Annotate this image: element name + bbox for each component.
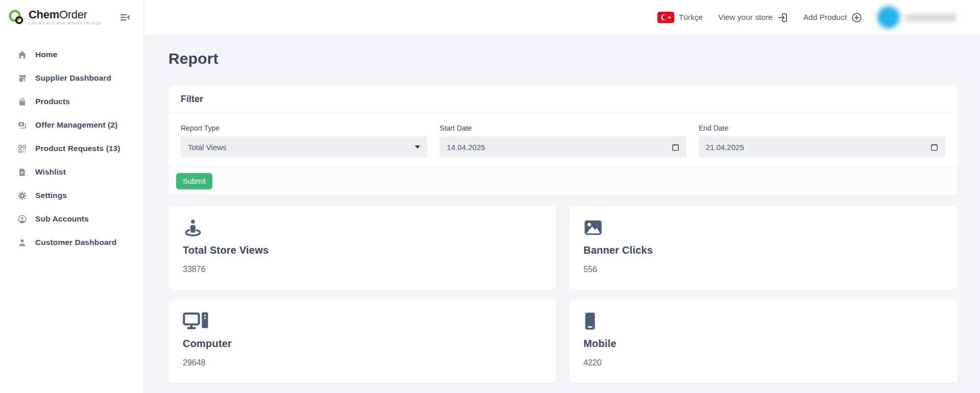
sidebar-nav: Home Supplier Dashboard (0, 35, 143, 254)
person-circle-icon (17, 214, 27, 224)
logo-name-regular: Order (59, 8, 87, 21)
submit-button[interactable]: Submit (176, 173, 212, 189)
view-store-link[interactable]: View your store (718, 12, 788, 23)
mobile-card: Mobile 4220 (569, 300, 958, 383)
sidebar-item-label: Offer Management (2) (35, 120, 117, 130)
stat-card-value: 33876 (183, 265, 543, 274)
filter-card-body: Report Type Total Views Start Date 14.04… (168, 113, 958, 167)
sidebar-item-customer-dashboard[interactable]: Customer Dashboard (0, 231, 143, 254)
gallery-card-icon (17, 120, 27, 130)
report-type-value: Total Views (188, 143, 227, 152)
logo-text: ChemOrder Chemicals B2B Marketplace (29, 9, 101, 26)
end-date-label: End Date (699, 124, 945, 132)
app-root: ChemOrder Chemicals B2B Marketplace (0, 0, 980, 393)
dollar-file-icon: $ (17, 167, 27, 177)
language-switcher[interactable]: ★ Türkçe (657, 12, 703, 23)
gear-icon (17, 191, 27, 201)
start-date-value: 14.04.2025 (447, 143, 485, 152)
stat-card-title: Mobile (583, 338, 943, 350)
calendar-icon (930, 143, 938, 151)
sidebar-item-label: Settings (35, 191, 67, 200)
avatar (877, 6, 900, 29)
image-icon (583, 218, 943, 238)
sidebar-item-label: Home (35, 50, 57, 59)
svg-text:$: $ (21, 170, 23, 175)
sidebar-item-label: Wishlist (35, 167, 66, 177)
sidebar-item-label: Supplier Dashboard (35, 73, 111, 83)
sidebar-collapse-icon[interactable] (117, 9, 133, 26)
chevron-down-icon (415, 145, 420, 149)
stat-card-value: 29648 (183, 358, 543, 367)
sidebar-item-supplier-dashboard[interactable]: Supplier Dashboard (0, 66, 143, 90)
sidebar-item-offer-management[interactable]: Offer Management (2) (0, 113, 143, 137)
turkey-flag-icon: ★ (657, 12, 674, 23)
start-date-group: Start Date 14.04.2025 (439, 124, 686, 158)
stat-card-title: Computer (183, 338, 543, 350)
stat-card-value: 4220 (583, 358, 943, 367)
banner-clicks-card: Banner Clicks 556 (569, 206, 958, 289)
page-title: Report (168, 50, 958, 67)
calendar-icon (672, 143, 679, 151)
chemorder-logo[interactable]: ChemOrder Chemicals B2B Marketplace (7, 8, 101, 27)
report-type-group: Report Type Total Views (181, 124, 427, 158)
sidebar-item-label: Sub Accounts (35, 214, 89, 224)
sidebar-item-home[interactable]: Home (0, 43, 143, 66)
end-date-group: End Date 21.04.2025 (699, 124, 945, 158)
grid-squares-icon (17, 144, 27, 154)
box-arrow-in-right-icon (777, 12, 788, 23)
user-name-blurred (904, 14, 958, 21)
report-type-select[interactable]: Total Views (181, 136, 427, 158)
total-store-views-card: Total Store Views 33876 (168, 206, 557, 289)
end-date-input[interactable]: 21.04.2025 (699, 136, 945, 158)
view-store-label: View your store (718, 13, 773, 22)
sidebar-item-label: Products (35, 97, 70, 106)
start-date-input[interactable]: 14.04.2025 (439, 136, 686, 158)
plus-circle-icon (851, 12, 862, 23)
sidebar-item-wishlist[interactable]: $ Wishlist (0, 160, 143, 184)
home-icon (17, 50, 27, 60)
report-type-label: Report Type (181, 124, 427, 132)
stat-cards-grid: Total Store Views 33876 Banner Clicks 55… (168, 206, 958, 383)
sidebar-item-label: Customer Dashboard (35, 238, 116, 247)
logo-name-bold: Chem (29, 8, 59, 21)
sidebar-item-product-requests[interactable]: Product Requests (13) (0, 137, 143, 160)
filter-card-footer: Submit (168, 167, 958, 195)
logo-tagline: Chemicals B2B Marketplace (29, 22, 101, 26)
end-date-value: 21.04.2025 (706, 143, 744, 152)
sidebar-item-products[interactable]: Products (0, 90, 143, 113)
storefront-icon (17, 73, 27, 83)
shopping-bag-icon (17, 97, 27, 107)
sidebar: ChemOrder Chemicals B2B Marketplace (0, 0, 144, 393)
person-icon (17, 238, 27, 248)
stat-card-value: 556 (583, 265, 943, 274)
sidebar-item-label: Product Requests (13) (35, 144, 120, 153)
main-column: ★ Türkçe View your store Add Product (144, 0, 980, 393)
computer-card: Computer 29648 (168, 300, 557, 383)
desktop-icon (183, 311, 543, 332)
mobile-icon (583, 311, 943, 332)
chemorder-logo-icon (7, 8, 26, 27)
user-menu[interactable] (877, 6, 958, 29)
street-view-icon (183, 218, 543, 238)
add-product-label: Add Product (803, 13, 847, 22)
content-area: Report Filter Report Type Total Views St… (144, 35, 980, 393)
stat-card-title: Banner Clicks (583, 244, 943, 256)
filter-card-title: Filter (168, 86, 958, 113)
svg-text:★: ★ (667, 15, 671, 20)
language-label: Türkçe (679, 13, 703, 22)
filter-card: Filter Report Type Total Views Start Dat… (168, 86, 958, 195)
stat-card-title: Total Store Views (183, 244, 543, 256)
topbar: ★ Türkçe View your store Add Product (144, 0, 980, 35)
sidebar-header: ChemOrder Chemicals B2B Marketplace (0, 0, 143, 35)
sidebar-item-sub-accounts[interactable]: Sub Accounts (0, 207, 143, 231)
start-date-label: Start Date (439, 124, 686, 132)
add-product-button[interactable]: Add Product (803, 12, 862, 23)
sidebar-item-settings[interactable]: Settings (0, 184, 143, 207)
